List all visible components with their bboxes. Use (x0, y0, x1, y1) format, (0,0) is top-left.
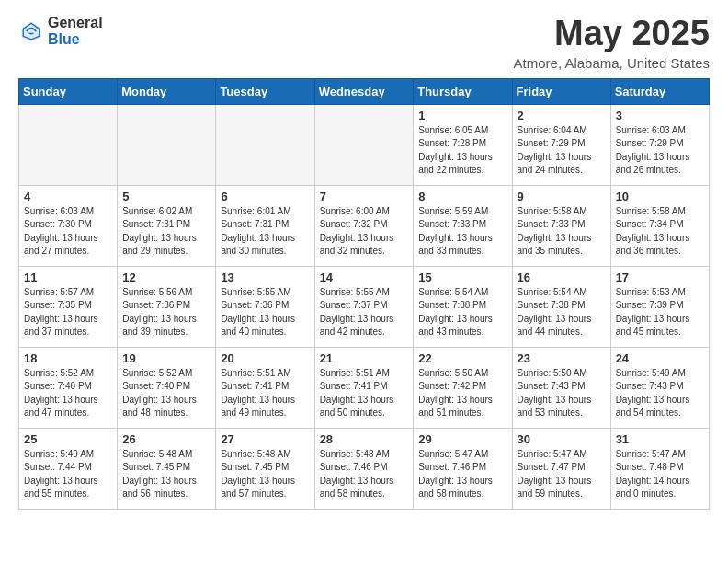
logo: General Blue (18, 15, 103, 47)
day-number: 18 (24, 351, 112, 365)
day-cell-25: 25Sunrise: 5:49 AM Sunset: 7:44 PM Dayli… (19, 428, 118, 509)
empty-cell (19, 104, 118, 185)
day-number: 24 (616, 351, 704, 365)
day-cell-15: 15Sunrise: 5:54 AM Sunset: 7:38 PM Dayli… (414, 266, 512, 347)
weekday-header-wednesday: Wednesday (314, 78, 414, 104)
weekday-header-saturday: Saturday (610, 78, 709, 104)
day-number: 15 (418, 270, 506, 284)
day-number: 6 (221, 190, 309, 203)
day-info: Sunrise: 5:47 AM Sunset: 7:48 PM Dayligh… (616, 448, 704, 501)
logo-blue: Blue (48, 31, 103, 48)
day-info: Sunrise: 5:49 AM Sunset: 7:43 PM Dayligh… (616, 367, 704, 420)
day-cell-1: 1Sunrise: 6:05 AM Sunset: 7:28 PM Daylig… (414, 104, 512, 185)
day-info: Sunrise: 5:54 AM Sunset: 7:38 PM Dayligh… (418, 286, 506, 339)
day-cell-11: 11Sunrise: 5:57 AM Sunset: 7:35 PM Dayli… (19, 266, 118, 347)
day-info: Sunrise: 6:03 AM Sunset: 7:29 PM Dayligh… (616, 124, 704, 178)
weekday-header-row: SundayMondayTuesdayWednesdayThursdayFrid… (19, 78, 710, 104)
day-cell-26: 26Sunrise: 5:48 AM Sunset: 7:45 PM Dayli… (118, 428, 216, 509)
day-cell-7: 7Sunrise: 6:00 AM Sunset: 7:32 PM Daylig… (314, 185, 414, 266)
day-cell-27: 27Sunrise: 5:48 AM Sunset: 7:45 PM Dayli… (216, 428, 314, 509)
day-cell-18: 18Sunrise: 5:52 AM Sunset: 7:40 PM Dayli… (19, 347, 118, 428)
day-number: 10 (616, 190, 704, 203)
day-info: Sunrise: 6:03 AM Sunset: 7:30 PM Dayligh… (24, 205, 112, 259)
day-number: 4 (24, 190, 112, 203)
day-cell-9: 9Sunrise: 5:58 AM Sunset: 7:33 PM Daylig… (512, 185, 610, 266)
day-number: 31 (616, 432, 704, 446)
day-number: 5 (122, 190, 210, 203)
week-row-1: 1Sunrise: 6:05 AM Sunset: 7:28 PM Daylig… (19, 104, 710, 185)
day-info: Sunrise: 5:47 AM Sunset: 7:47 PM Dayligh… (518, 448, 606, 501)
day-number: 12 (122, 270, 210, 284)
day-cell-10: 10Sunrise: 5:58 AM Sunset: 7:34 PM Dayli… (610, 185, 709, 266)
day-number: 21 (320, 351, 409, 365)
day-info: Sunrise: 5:59 AM Sunset: 7:33 PM Dayligh… (418, 205, 506, 259)
day-cell-28: 28Sunrise: 5:48 AM Sunset: 7:46 PM Dayli… (314, 428, 414, 509)
day-number: 16 (518, 270, 606, 284)
day-number: 2 (518, 109, 606, 122)
day-info: Sunrise: 5:51 AM Sunset: 7:41 PM Dayligh… (221, 367, 309, 420)
day-cell-19: 19Sunrise: 5:52 AM Sunset: 7:40 PM Dayli… (118, 347, 216, 428)
day-info: Sunrise: 6:01 AM Sunset: 7:31 PM Dayligh… (221, 205, 309, 259)
day-number: 29 (418, 432, 506, 446)
day-cell-6: 6Sunrise: 6:01 AM Sunset: 7:31 PM Daylig… (216, 185, 314, 266)
day-cell-29: 29Sunrise: 5:47 AM Sunset: 7:46 PM Dayli… (414, 428, 512, 509)
day-info: Sunrise: 5:48 AM Sunset: 7:46 PM Dayligh… (320, 448, 409, 501)
day-info: Sunrise: 5:50 AM Sunset: 7:43 PM Dayligh… (518, 367, 606, 420)
location: Atmore, Alabama, United States (514, 55, 710, 71)
day-info: Sunrise: 5:47 AM Sunset: 7:46 PM Dayligh… (418, 448, 506, 501)
week-row-3: 11Sunrise: 5:57 AM Sunset: 7:35 PM Dayli… (19, 266, 710, 347)
day-number: 17 (616, 270, 704, 284)
day-number: 27 (221, 432, 309, 446)
day-info: Sunrise: 5:48 AM Sunset: 7:45 PM Dayligh… (122, 448, 210, 501)
day-number: 23 (518, 351, 606, 365)
weekday-header-thursday: Thursday (414, 78, 512, 104)
svg-marker-0 (22, 21, 41, 40)
day-cell-5: 5Sunrise: 6:02 AM Sunset: 7:31 PM Daylig… (118, 185, 216, 266)
day-cell-12: 12Sunrise: 5:56 AM Sunset: 7:36 PM Dayli… (118, 266, 216, 347)
day-cell-22: 22Sunrise: 5:50 AM Sunset: 7:42 PM Dayli… (414, 347, 512, 428)
day-number: 20 (221, 351, 309, 365)
weekday-header-monday: Monday (118, 78, 216, 104)
day-cell-8: 8Sunrise: 5:59 AM Sunset: 7:33 PM Daylig… (414, 185, 512, 266)
day-info: Sunrise: 5:53 AM Sunset: 7:39 PM Dayligh… (616, 286, 704, 339)
day-info: Sunrise: 5:57 AM Sunset: 7:35 PM Dayligh… (24, 286, 112, 339)
day-cell-20: 20Sunrise: 5:51 AM Sunset: 7:41 PM Dayli… (216, 347, 314, 428)
week-row-5: 25Sunrise: 5:49 AM Sunset: 7:44 PM Dayli… (19, 428, 710, 509)
day-info: Sunrise: 5:54 AM Sunset: 7:38 PM Dayligh… (518, 286, 606, 339)
day-cell-3: 3Sunrise: 6:03 AM Sunset: 7:29 PM Daylig… (610, 104, 709, 185)
day-number: 19 (122, 351, 210, 365)
page-header: General Blue May 2025 Atmore, Alabama, U… (18, 15, 710, 71)
day-number: 1 (418, 109, 506, 122)
empty-cell (118, 104, 216, 185)
day-number: 8 (418, 190, 506, 203)
day-number: 14 (320, 270, 409, 284)
title-block: May 2025 Atmore, Alabama, United States (514, 15, 710, 71)
day-cell-17: 17Sunrise: 5:53 AM Sunset: 7:39 PM Dayli… (610, 266, 709, 347)
day-cell-4: 4Sunrise: 6:03 AM Sunset: 7:30 PM Daylig… (19, 185, 118, 266)
day-info: Sunrise: 6:02 AM Sunset: 7:31 PM Dayligh… (122, 205, 210, 259)
day-info: Sunrise: 5:50 AM Sunset: 7:42 PM Dayligh… (418, 367, 506, 420)
day-info: Sunrise: 5:55 AM Sunset: 7:37 PM Dayligh… (320, 286, 409, 339)
day-number: 22 (418, 351, 506, 365)
weekday-header-sunday: Sunday (19, 78, 118, 104)
day-cell-13: 13Sunrise: 5:55 AM Sunset: 7:36 PM Dayli… (216, 266, 314, 347)
day-info: Sunrise: 5:56 AM Sunset: 7:36 PM Dayligh… (122, 286, 210, 339)
empty-cell (314, 104, 414, 185)
week-row-4: 18Sunrise: 5:52 AM Sunset: 7:40 PM Dayli… (19, 347, 710, 428)
day-number: 7 (320, 190, 409, 203)
day-cell-16: 16Sunrise: 5:54 AM Sunset: 7:38 PM Dayli… (512, 266, 610, 347)
day-number: 28 (320, 432, 409, 446)
day-number: 26 (122, 432, 210, 446)
day-cell-21: 21Sunrise: 5:51 AM Sunset: 7:41 PM Dayli… (314, 347, 414, 428)
day-cell-2: 2Sunrise: 6:04 AM Sunset: 7:29 PM Daylig… (512, 104, 610, 185)
day-info: Sunrise: 5:52 AM Sunset: 7:40 PM Dayligh… (122, 367, 210, 420)
day-number: 13 (221, 270, 309, 284)
day-cell-30: 30Sunrise: 5:47 AM Sunset: 7:47 PM Dayli… (512, 428, 610, 509)
day-number: 11 (24, 270, 112, 284)
calendar-table: SundayMondayTuesdayWednesdayThursdayFrid… (18, 78, 710, 510)
day-info: Sunrise: 5:51 AM Sunset: 7:41 PM Dayligh… (320, 367, 409, 420)
weekday-header-friday: Friday (512, 78, 610, 104)
week-row-2: 4Sunrise: 6:03 AM Sunset: 7:30 PM Daylig… (19, 185, 710, 266)
weekday-header-tuesday: Tuesday (216, 78, 314, 104)
empty-cell (216, 104, 314, 185)
